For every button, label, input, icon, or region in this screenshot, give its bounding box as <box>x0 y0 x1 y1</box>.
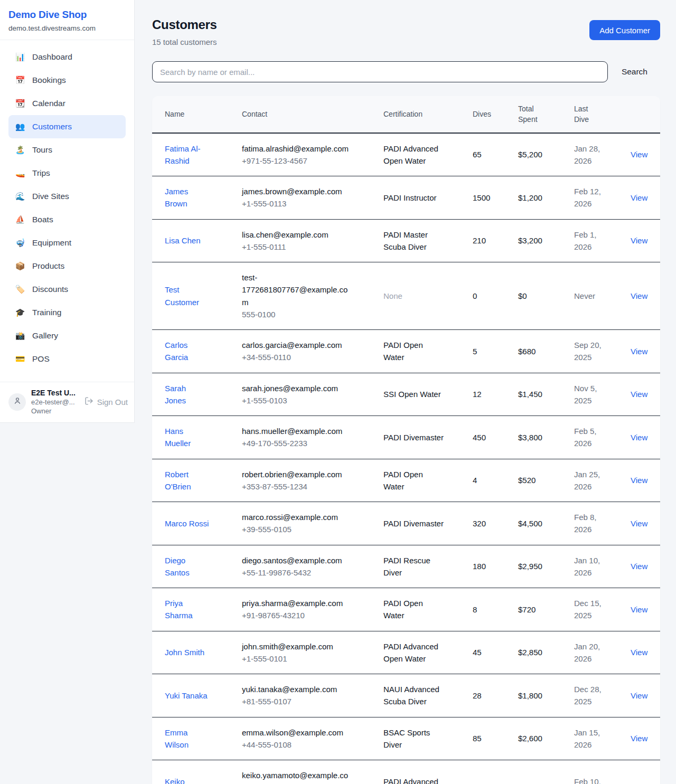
customer-phone: +34-555-0110 <box>242 351 353 363</box>
boats-icon: ⛵ <box>15 215 25 224</box>
customer-name-link[interactable]: Hans Mueller <box>165 425 209 450</box>
customer-total-spent: $680 <box>513 330 569 373</box>
customer-phone: 555-0100 <box>242 308 353 320</box>
customer-name-link[interactable]: Lisa Chen <box>165 234 201 247</box>
customers-table-card: Name Contact Certification Dives Total S… <box>152 96 660 784</box>
customer-total-spent: $1,800 <box>513 674 569 717</box>
customer-total-spent: $2,950 <box>513 545 569 588</box>
customer-dives: 320 <box>467 502 513 545</box>
customer-total-spent: $4,500 <box>513 502 569 545</box>
view-customer-link[interactable]: View <box>631 562 647 571</box>
sidebar-item-dive-sites[interactable]: 🌊Dive Sites <box>8 185 126 208</box>
view-customer-link[interactable]: View <box>631 150 647 159</box>
customer-phone: +39-555-0105 <box>242 523 353 535</box>
search-input[interactable] <box>152 61 608 82</box>
sidebar-item-label: Training <box>32 308 61 317</box>
sidebar-item-bookings[interactable]: 📅Bookings <box>8 69 126 92</box>
customer-name-link[interactable]: Sarah Jones <box>165 382 209 407</box>
customer-dives: 5 <box>467 330 513 373</box>
customer-last-dive: Feb 12, 2026 <box>574 185 605 210</box>
dive-sites-icon: 🌊 <box>15 192 25 201</box>
pos-icon: 💳 <box>15 354 25 364</box>
customer-total-spent: $3,200 <box>513 219 569 262</box>
customer-last-dive: Jan 28, 2026 <box>574 143 605 167</box>
table-row: Diego Santosdiego.santos@example.com+55-… <box>152 545 660 588</box>
customer-name-link[interactable]: Fatima Al-Rashid <box>165 143 209 167</box>
sidebar-item-tours[interactable]: 🏝️Tours <box>8 138 126 162</box>
customer-last-dive: Jan 15, 2026 <box>574 726 605 751</box>
add-customer-button[interactable]: Add Customer <box>589 20 660 40</box>
customers-table: Name Contact Certification Dives Total S… <box>152 96 660 784</box>
table-row: John Smithjohn.smith@example.com+1-555-0… <box>152 631 660 674</box>
sidebar-item-pos[interactable]: 💳POS <box>8 347 126 371</box>
dashboard-icon: 📊 <box>15 52 25 62</box>
sidebar-item-products[interactable]: 📦Products <box>8 254 126 278</box>
view-customer-link[interactable]: View <box>631 648 647 657</box>
customer-email: lisa.chen@example.com <box>242 229 353 241</box>
customer-name-link[interactable]: John Smith <box>165 646 204 658</box>
customer-email: yuki.tanaka@example.com <box>242 683 353 695</box>
customer-dives: 180 <box>467 545 513 588</box>
customer-name-link[interactable]: Test Customer <box>165 284 209 308</box>
customer-last-dive: Sep 20, 2025 <box>574 339 605 364</box>
sidebar-item-label: Discounts <box>32 285 68 294</box>
customer-certification: PADI Rescue Diver <box>383 554 445 579</box>
customer-name-link[interactable]: Keiko Yamamoto <box>165 776 209 784</box>
products-icon: 📦 <box>15 261 25 271</box>
table-row: Sarah Jonessarah.jones@example.com+1-555… <box>152 373 660 416</box>
sidebar-item-label: Dive Sites <box>32 192 69 201</box>
table-row: Robert O'Brienrobert.obrien@example.com+… <box>152 459 660 502</box>
trips-icon: 🚤 <box>15 168 25 178</box>
sidebar-item-training[interactable]: 🎓Training <box>8 301 126 324</box>
customer-name-link[interactable]: Carlos Garcia <box>165 339 209 364</box>
view-customer-link[interactable]: View <box>631 291 647 300</box>
view-customer-link[interactable]: View <box>631 347 647 356</box>
column-header-total-spent: Total Spent <box>513 96 569 133</box>
search-button[interactable]: Search <box>608 67 660 77</box>
customer-certification: PADI Open Water <box>383 339 445 364</box>
column-header-actions <box>625 96 660 133</box>
customer-name-link[interactable]: Diego Santos <box>165 554 209 579</box>
customer-name-link[interactable]: Emma Wilson <box>165 726 209 751</box>
customer-phone: +55-11-99876-5432 <box>242 566 353 579</box>
customer-email: fatima.alrashid@example.com <box>242 143 353 155</box>
sidebar-item-dashboard[interactable]: 📊Dashboard <box>8 45 126 69</box>
customer-name-link[interactable]: Yuki Tanaka <box>165 689 208 702</box>
customer-last-dive: Feb 10, 2026 <box>574 776 605 784</box>
customer-total-spent: $0 <box>513 262 569 330</box>
column-header-dives: Dives <box>467 96 513 133</box>
customer-name-link[interactable]: Priya Sharma <box>165 597 209 622</box>
customer-name-link[interactable]: Robert O'Brien <box>165 468 209 493</box>
view-customer-link[interactable]: View <box>631 193 647 202</box>
sidebar-item-customers[interactable]: 👥Customers <box>8 115 126 138</box>
sidebar-item-gallery[interactable]: 📸Gallery <box>8 324 126 347</box>
customer-name-link[interactable]: Marco Rossi <box>165 517 209 530</box>
view-customer-link[interactable]: View <box>631 519 647 528</box>
table-row: Carlos Garciacarlos.garcia@example.com+3… <box>152 330 660 373</box>
customers-table-body: Fatima Al-Rashidfatima.alrashid@example.… <box>152 133 660 784</box>
customer-last-dive: Jan 10, 2026 <box>574 554 605 579</box>
page-title: Customers <box>152 17 217 32</box>
column-header-contact: Contact <box>237 96 378 133</box>
sign-out-button[interactable]: Sign Out <box>84 396 128 407</box>
customer-dives: 4 <box>467 459 513 502</box>
sidebar-item-calendar[interactable]: 📆Calendar <box>8 92 126 115</box>
view-customer-link[interactable]: View <box>631 390 647 399</box>
customer-dives: 28 <box>467 674 513 717</box>
sidebar-item-equipment[interactable]: 🤿Equipment <box>8 231 126 254</box>
sidebar-item-discounts[interactable]: 🏷️Discounts <box>8 278 126 301</box>
view-customer-link[interactable]: View <box>631 433 647 442</box>
view-customer-link[interactable]: View <box>631 236 647 245</box>
view-customer-link[interactable]: View <box>631 605 647 614</box>
customer-last-dive: Jan 20, 2026 <box>574 640 605 665</box>
customer-name-link[interactable]: James Brown <box>165 185 209 210</box>
column-header-certification: Certification <box>378 96 467 133</box>
table-row: Test Customertest-1772681807767@example.… <box>152 262 660 330</box>
sidebar-item-boats[interactable]: ⛵Boats <box>8 208 126 231</box>
view-customer-link[interactable]: View <box>631 476 647 485</box>
sidebar-item-trips[interactable]: 🚤Trips <box>8 162 126 185</box>
view-customer-link[interactable]: View <box>631 734 647 743</box>
column-header-last-dive: Last Dive <box>569 96 625 133</box>
customer-certification: SSI Open Water <box>383 388 441 400</box>
view-customer-link[interactable]: View <box>631 691 647 700</box>
